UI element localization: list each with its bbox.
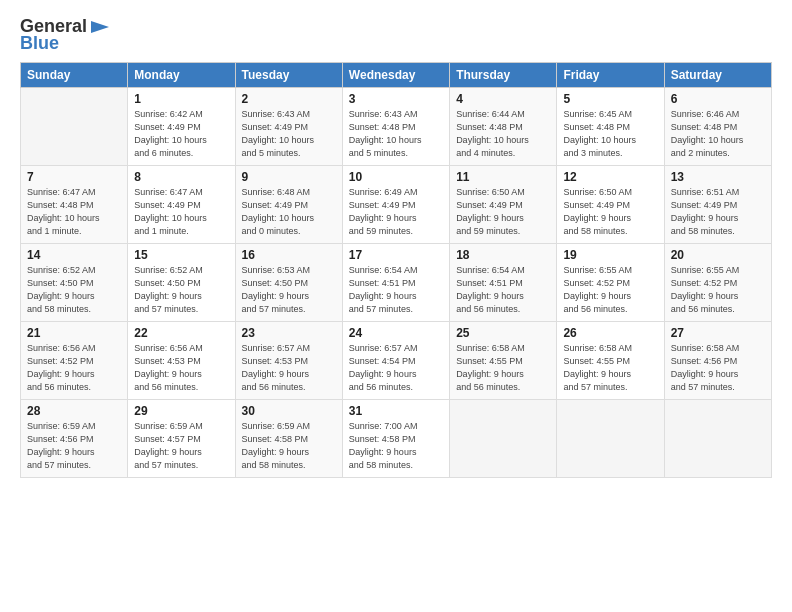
- calendar-cell: 9Sunrise: 6:48 AM Sunset: 4:49 PM Daylig…: [235, 166, 342, 244]
- day-info: Sunrise: 6:53 AM Sunset: 4:50 PM Dayligh…: [242, 264, 336, 316]
- day-info: Sunrise: 6:42 AM Sunset: 4:49 PM Dayligh…: [134, 108, 228, 160]
- calendar-cell: 19Sunrise: 6:55 AM Sunset: 4:52 PM Dayli…: [557, 244, 664, 322]
- day-number: 18: [456, 248, 550, 262]
- day-number: 22: [134, 326, 228, 340]
- day-number: 26: [563, 326, 657, 340]
- calendar-cell: 21Sunrise: 6:56 AM Sunset: 4:52 PM Dayli…: [21, 322, 128, 400]
- day-info: Sunrise: 6:58 AM Sunset: 4:55 PM Dayligh…: [456, 342, 550, 394]
- day-number: 12: [563, 170, 657, 184]
- calendar-cell: 13Sunrise: 6:51 AM Sunset: 4:49 PM Dayli…: [664, 166, 771, 244]
- day-number: 19: [563, 248, 657, 262]
- weekday-saturday: Saturday: [664, 63, 771, 88]
- calendar-cell: 4Sunrise: 6:44 AM Sunset: 4:48 PM Daylig…: [450, 88, 557, 166]
- day-number: 3: [349, 92, 443, 106]
- calendar-cell: 3Sunrise: 6:43 AM Sunset: 4:48 PM Daylig…: [342, 88, 449, 166]
- logo-blue: Blue: [20, 33, 59, 54]
- day-number: 20: [671, 248, 765, 262]
- calendar-cell: 31Sunrise: 7:00 AM Sunset: 4:58 PM Dayli…: [342, 400, 449, 478]
- day-info: Sunrise: 6:52 AM Sunset: 4:50 PM Dayligh…: [27, 264, 121, 316]
- calendar-cell: 25Sunrise: 6:58 AM Sunset: 4:55 PM Dayli…: [450, 322, 557, 400]
- calendar-cell: 5Sunrise: 6:45 AM Sunset: 4:48 PM Daylig…: [557, 88, 664, 166]
- day-info: Sunrise: 6:48 AM Sunset: 4:49 PM Dayligh…: [242, 186, 336, 238]
- calendar-cell: [450, 400, 557, 478]
- calendar-cell: 17Sunrise: 6:54 AM Sunset: 4:51 PM Dayli…: [342, 244, 449, 322]
- day-number: 23: [242, 326, 336, 340]
- day-info: Sunrise: 6:59 AM Sunset: 4:57 PM Dayligh…: [134, 420, 228, 472]
- day-info: Sunrise: 6:57 AM Sunset: 4:54 PM Dayligh…: [349, 342, 443, 394]
- day-number: 11: [456, 170, 550, 184]
- day-number: 30: [242, 404, 336, 418]
- calendar-cell: 20Sunrise: 6:55 AM Sunset: 4:52 PM Dayli…: [664, 244, 771, 322]
- calendar-cell: 1Sunrise: 6:42 AM Sunset: 4:49 PM Daylig…: [128, 88, 235, 166]
- calendar-cell: 2Sunrise: 6:43 AM Sunset: 4:49 PM Daylig…: [235, 88, 342, 166]
- day-number: 1: [134, 92, 228, 106]
- day-info: Sunrise: 6:58 AM Sunset: 4:56 PM Dayligh…: [671, 342, 765, 394]
- weekday-friday: Friday: [557, 63, 664, 88]
- day-info: Sunrise: 6:54 AM Sunset: 4:51 PM Dayligh…: [456, 264, 550, 316]
- calendar-cell: 10Sunrise: 6:49 AM Sunset: 4:49 PM Dayli…: [342, 166, 449, 244]
- day-number: 10: [349, 170, 443, 184]
- calendar-cell: 11Sunrise: 6:50 AM Sunset: 4:49 PM Dayli…: [450, 166, 557, 244]
- day-number: 13: [671, 170, 765, 184]
- day-number: 24: [349, 326, 443, 340]
- calendar-cell: 12Sunrise: 6:50 AM Sunset: 4:49 PM Dayli…: [557, 166, 664, 244]
- day-info: Sunrise: 6:57 AM Sunset: 4:53 PM Dayligh…: [242, 342, 336, 394]
- day-info: Sunrise: 6:51 AM Sunset: 4:49 PM Dayligh…: [671, 186, 765, 238]
- week-row-5: 28Sunrise: 6:59 AM Sunset: 4:56 PM Dayli…: [21, 400, 772, 478]
- day-number: 16: [242, 248, 336, 262]
- weekday-tuesday: Tuesday: [235, 63, 342, 88]
- day-number: 8: [134, 170, 228, 184]
- day-info: Sunrise: 6:55 AM Sunset: 4:52 PM Dayligh…: [671, 264, 765, 316]
- calendar-cell: 7Sunrise: 6:47 AM Sunset: 4:48 PM Daylig…: [21, 166, 128, 244]
- day-info: Sunrise: 6:43 AM Sunset: 4:49 PM Dayligh…: [242, 108, 336, 160]
- day-number: 25: [456, 326, 550, 340]
- day-info: Sunrise: 6:50 AM Sunset: 4:49 PM Dayligh…: [563, 186, 657, 238]
- day-number: 27: [671, 326, 765, 340]
- calendar-cell: 29Sunrise: 6:59 AM Sunset: 4:57 PM Dayli…: [128, 400, 235, 478]
- day-info: Sunrise: 6:59 AM Sunset: 4:58 PM Dayligh…: [242, 420, 336, 472]
- day-number: 21: [27, 326, 121, 340]
- day-number: 29: [134, 404, 228, 418]
- day-number: 2: [242, 92, 336, 106]
- calendar-cell: 28Sunrise: 6:59 AM Sunset: 4:56 PM Dayli…: [21, 400, 128, 478]
- day-info: Sunrise: 6:45 AM Sunset: 4:48 PM Dayligh…: [563, 108, 657, 160]
- day-info: Sunrise: 6:56 AM Sunset: 4:53 PM Dayligh…: [134, 342, 228, 394]
- calendar-cell: [664, 400, 771, 478]
- weekday-sunday: Sunday: [21, 63, 128, 88]
- calendar-cell: 26Sunrise: 6:58 AM Sunset: 4:55 PM Dayli…: [557, 322, 664, 400]
- day-info: Sunrise: 6:59 AM Sunset: 4:56 PM Dayligh…: [27, 420, 121, 472]
- day-info: Sunrise: 6:58 AM Sunset: 4:55 PM Dayligh…: [563, 342, 657, 394]
- weekday-thursday: Thursday: [450, 63, 557, 88]
- calendar-cell: 22Sunrise: 6:56 AM Sunset: 4:53 PM Dayli…: [128, 322, 235, 400]
- logo-flag-icon: [89, 19, 111, 35]
- calendar-cell: 14Sunrise: 6:52 AM Sunset: 4:50 PM Dayli…: [21, 244, 128, 322]
- calendar-body: 1Sunrise: 6:42 AM Sunset: 4:49 PM Daylig…: [21, 88, 772, 478]
- calendar-cell: 15Sunrise: 6:52 AM Sunset: 4:50 PM Dayli…: [128, 244, 235, 322]
- day-number: 28: [27, 404, 121, 418]
- calendar-cell: [21, 88, 128, 166]
- calendar-cell: 6Sunrise: 6:46 AM Sunset: 4:48 PM Daylig…: [664, 88, 771, 166]
- logo: General Blue: [20, 16, 111, 54]
- day-number: 4: [456, 92, 550, 106]
- day-info: Sunrise: 6:55 AM Sunset: 4:52 PM Dayligh…: [563, 264, 657, 316]
- calendar-cell: [557, 400, 664, 478]
- day-info: Sunrise: 7:00 AM Sunset: 4:58 PM Dayligh…: [349, 420, 443, 472]
- weekday-wednesday: Wednesday: [342, 63, 449, 88]
- day-info: Sunrise: 6:43 AM Sunset: 4:48 PM Dayligh…: [349, 108, 443, 160]
- calendar-cell: 30Sunrise: 6:59 AM Sunset: 4:58 PM Dayli…: [235, 400, 342, 478]
- weekday-monday: Monday: [128, 63, 235, 88]
- week-row-2: 7Sunrise: 6:47 AM Sunset: 4:48 PM Daylig…: [21, 166, 772, 244]
- day-number: 15: [134, 248, 228, 262]
- calendar-cell: 23Sunrise: 6:57 AM Sunset: 4:53 PM Dayli…: [235, 322, 342, 400]
- day-number: 9: [242, 170, 336, 184]
- weekday-header-row: SundayMondayTuesdayWednesdayThursdayFrid…: [21, 63, 772, 88]
- day-info: Sunrise: 6:47 AM Sunset: 4:49 PM Dayligh…: [134, 186, 228, 238]
- day-info: Sunrise: 6:49 AM Sunset: 4:49 PM Dayligh…: [349, 186, 443, 238]
- calendar-cell: 16Sunrise: 6:53 AM Sunset: 4:50 PM Dayli…: [235, 244, 342, 322]
- svg-marker-0: [91, 21, 109, 33]
- day-number: 5: [563, 92, 657, 106]
- day-info: Sunrise: 6:44 AM Sunset: 4:48 PM Dayligh…: [456, 108, 550, 160]
- day-info: Sunrise: 6:56 AM Sunset: 4:52 PM Dayligh…: [27, 342, 121, 394]
- calendar-cell: 24Sunrise: 6:57 AM Sunset: 4:54 PM Dayli…: [342, 322, 449, 400]
- day-number: 14: [27, 248, 121, 262]
